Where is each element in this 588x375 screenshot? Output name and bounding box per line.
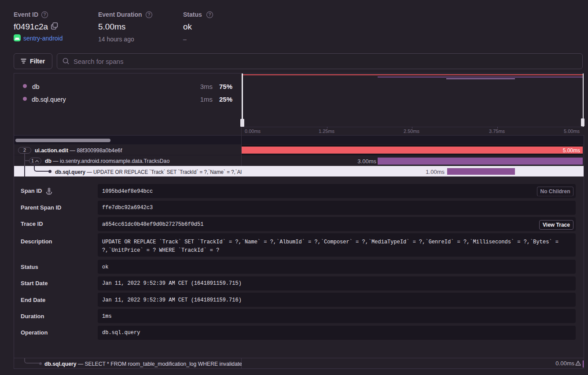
svg-text:?: ? [208, 12, 211, 17]
svg-text:?: ? [147, 12, 150, 17]
svg-text:?: ? [43, 12, 46, 17]
